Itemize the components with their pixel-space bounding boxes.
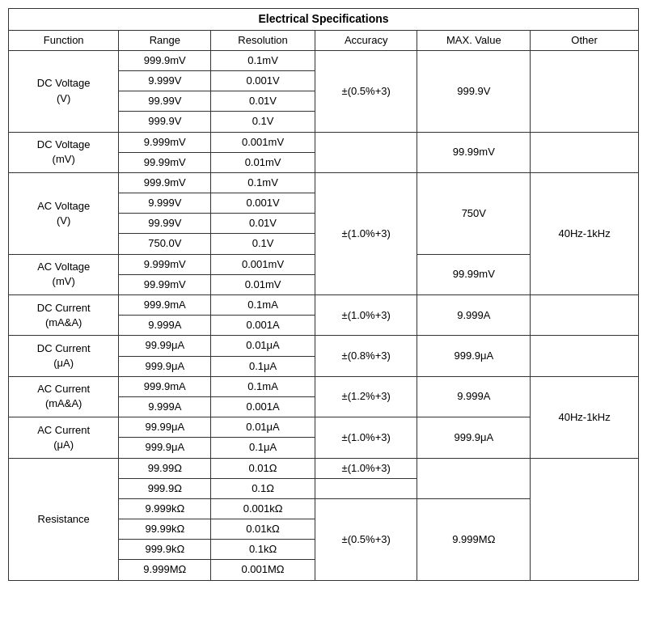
title-row: Electrical Specifications: [9, 9, 639, 31]
range-cell: 9.999V: [119, 70, 211, 91]
accuracy-cell: [315, 132, 417, 172]
range-cell: 99.99V: [119, 91, 211, 112]
range-cell: 999.9μA: [119, 356, 211, 376]
resolution-cell: 0.1mV: [211, 172, 315, 193]
resolution-cell: 0.001mV: [211, 132, 315, 152]
max-value-cell: 99.99mV: [417, 254, 531, 294]
resolution-cell: 0.01V: [211, 91, 315, 112]
function-cell: DC Current(mA&A): [9, 295, 119, 336]
accuracy-cell: ±(1.2%+3): [315, 376, 417, 417]
range-cell: 999.9V: [119, 112, 211, 132]
range-cell: 99.99μA: [119, 336, 211, 356]
table-row: DC Current(mA&A) 999.9mA 0.1mA ±(1.0%+3)…: [9, 295, 639, 316]
range-cell: 999.9mA: [119, 295, 211, 316]
range-cell: 9.999kΩ: [119, 498, 211, 519]
table-row: DC Current(μA) 99.99μA 0.01μA ±(0.8%+3) …: [9, 336, 639, 356]
other-cell: [531, 458, 639, 580]
accuracy-cell: [315, 478, 417, 498]
range-cell: 999.9mV: [119, 50, 211, 70]
other-cell: 40Hz-1kHz: [531, 376, 639, 458]
table-row: Resistance 99.99Ω 0.01Ω ±(1.0%+3): [9, 458, 639, 478]
table-row: AC Current(mA&A) 999.9mA 0.1mA ±(1.2%+3)…: [9, 376, 639, 396]
max-value-cell: 750V: [417, 172, 531, 254]
range-cell: 99.99Ω: [119, 458, 211, 478]
resolution-cell: 0.1mA: [211, 295, 315, 316]
max-value-cell: [417, 458, 531, 498]
range-cell: 99.99kΩ: [119, 519, 211, 540]
range-cell: 9.999mV: [119, 254, 211, 274]
max-value-cell: 9.999A: [417, 376, 531, 417]
resolution-cell: 0.001V: [211, 70, 315, 91]
range-cell: 99.99V: [119, 214, 211, 234]
resolution-cell: 0.001kΩ: [211, 498, 315, 519]
range-cell: 99.99mV: [119, 152, 211, 172]
function-cell: AC Voltage(V): [9, 172, 119, 254]
col-header-range: Range: [119, 30, 211, 50]
other-cell: [531, 132, 639, 172]
accuracy-cell: ±(1.0%+3): [315, 458, 417, 478]
accuracy-cell: ±(0.8%+3): [315, 336, 417, 376]
max-value-cell: 999.9μA: [417, 417, 531, 458]
resolution-cell: 0.1mV: [211, 50, 315, 70]
accuracy-cell: ±(1.0%+3): [315, 295, 417, 336]
resolution-cell: 0.01mV: [211, 152, 315, 172]
function-cell: AC Voltage(mV): [9, 254, 119, 294]
resolution-cell: 0.01mV: [211, 274, 315, 294]
function-cell: AC Current(μA): [9, 417, 119, 458]
accuracy-cell: ±(1.0%+3): [315, 172, 417, 294]
resolution-cell: 0.1V: [211, 112, 315, 132]
table-row: DC Voltage(V) 999.9mV 0.1mV ±(0.5%+3) 99…: [9, 50, 639, 70]
table-row: AC Voltage(V) 999.9mV 0.1mV ±(1.0%+3) 75…: [9, 172, 639, 193]
max-value-cell: 99.99mV: [417, 132, 531, 172]
range-cell: 9.999mV: [119, 132, 211, 152]
range-cell: 999.9mV: [119, 172, 211, 193]
range-cell: 9.999A: [119, 316, 211, 336]
resolution-cell: 0.001A: [211, 396, 315, 417]
range-cell: 9.999A: [119, 396, 211, 417]
resolution-cell: 0.1kΩ: [211, 540, 315, 560]
function-cell: DC Current(μA): [9, 336, 119, 376]
range-cell: 99.99μA: [119, 417, 211, 438]
range-cell: 9.999MΩ: [119, 560, 211, 580]
resolution-cell: 0.1μA: [211, 356, 315, 376]
function-cell: Resistance: [9, 458, 119, 580]
max-value-cell: 9.999MΩ: [417, 498, 531, 580]
resolution-cell: 0.001V: [211, 193, 315, 214]
resolution-cell: 0.01Ω: [211, 458, 315, 478]
accuracy-cell: ±(0.5%+3): [315, 50, 417, 132]
resolution-cell: 0.1μA: [211, 438, 315, 458]
range-cell: 999.9Ω: [119, 478, 211, 498]
resolution-cell: 0.01μA: [211, 417, 315, 438]
col-header-other: Other: [531, 30, 639, 50]
col-header-max-value: MAX. Value: [417, 30, 531, 50]
resolution-cell: 0.001mV: [211, 254, 315, 274]
range-cell: 999.9kΩ: [119, 540, 211, 560]
resolution-cell: 0.1Ω: [211, 478, 315, 498]
resolution-cell: 0.1mA: [211, 376, 315, 396]
other-cell: [531, 295, 639, 336]
function-cell: DC Voltage(mV): [9, 132, 119, 172]
other-cell: [531, 336, 639, 376]
max-value-cell: 999.9V: [417, 50, 531, 132]
resolution-cell: 0.1V: [211, 234, 315, 254]
resolution-cell: 0.01μA: [211, 336, 315, 356]
range-cell: 750.0V: [119, 234, 211, 254]
accuracy-cell: ±(0.5%+3): [315, 498, 417, 580]
col-header-function: Function: [9, 30, 119, 50]
resolution-cell: 0.001A: [211, 316, 315, 336]
max-value-cell: 999.9μA: [417, 336, 531, 376]
range-cell: 999.9mA: [119, 376, 211, 396]
range-cell: 9.999V: [119, 193, 211, 214]
range-cell: 99.99mV: [119, 274, 211, 294]
range-cell: 999.9μA: [119, 438, 211, 458]
header-row: Function Range Resolution Accuracy MAX. …: [9, 30, 639, 50]
resolution-cell: 0.01V: [211, 214, 315, 234]
table-row: DC Voltage(mV) 9.999mV 0.001mV 99.99mV: [9, 132, 639, 152]
col-header-resolution: Resolution: [211, 30, 315, 50]
col-header-accuracy: Accuracy: [315, 30, 417, 50]
other-cell: 40Hz-1kHz: [531, 172, 639, 294]
accuracy-cell: ±(1.0%+3): [315, 417, 417, 458]
resolution-cell: 0.001MΩ: [211, 560, 315, 580]
other-cell: [531, 50, 639, 132]
table-title: Electrical Specifications: [9, 9, 639, 31]
